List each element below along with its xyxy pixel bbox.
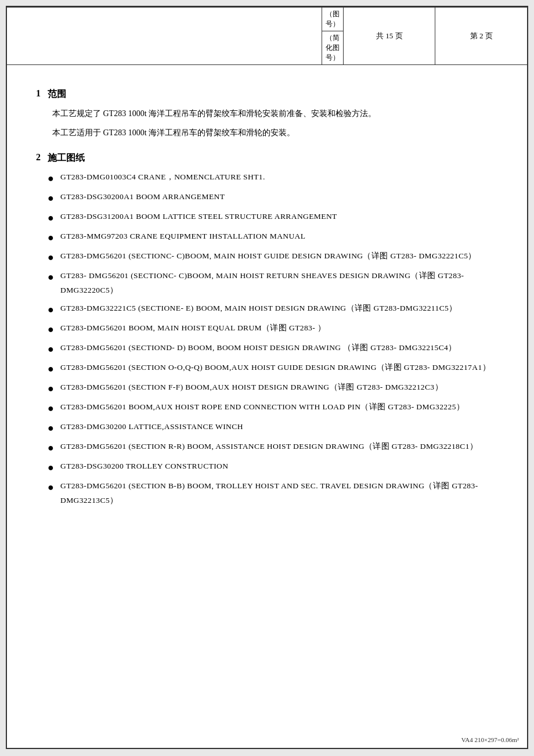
header-title-top: （图号） xyxy=(322,8,344,31)
list-item: ●GT283-DMG56201 (SECTION R-R) BOOM, ASSI… xyxy=(48,440,498,456)
bullet-icon: ● xyxy=(48,480,58,495)
list-item: ●GT283-DMG56201 (SECTION F-F) BOOM,AUX H… xyxy=(48,380,498,397)
bullet-icon: ● xyxy=(48,190,58,206)
bullet-icon: ● xyxy=(48,440,58,456)
bullet-text: GT283-DSG30200A1 BOOM ARRANGEMENT xyxy=(60,190,498,204)
bullet-text: GT283-DMG30200 LATTICE,ASSISTANCE WINCH xyxy=(60,420,498,434)
list-item: ●GT283-DMG56201 (SECTIONC- C)BOOM, MAIN … xyxy=(48,249,498,265)
bullet-text: GT283-DMG56201 (SECTION O-O,Q-Q) BOOM,AU… xyxy=(60,361,498,375)
bullet-icon: ● xyxy=(48,171,58,186)
list-item: ●GT283-DSG31200A1 BOOM LATTICE STEEL STR… xyxy=(48,210,498,226)
header-left-cell xyxy=(7,8,322,65)
bullet-text: GT283-DMG56201 (SECTION B-B) BOOM, TROLL… xyxy=(60,479,498,508)
bullet-text: GT283-DMG56201 BOOM,AUX HOIST ROPE END C… xyxy=(60,400,498,415)
bullet-icon: ● xyxy=(48,210,58,226)
bullet-icon: ● xyxy=(48,341,58,357)
section1-title: 1 范围 xyxy=(36,88,498,100)
bullet-icon: ● xyxy=(48,460,58,476)
list-item: ●GT283-DMG56201 (SECTIOND- D) BOOM, BOOM… xyxy=(48,341,498,357)
list-item: ●GT283-DMG30200 LATTICE,ASSISTANCE WINCH xyxy=(48,420,498,436)
bullet-icon: ● xyxy=(48,322,58,337)
bullet-icon: ● xyxy=(48,230,58,246)
bullet-text: GT283-DMG01003C4 CRANE，NOMENCLATURE SHT1… xyxy=(60,170,498,185)
document-page: （图号） 共 15 页 第 2 页 （简化图号） 1 范围 本工艺规定了 GT2… xyxy=(6,6,528,749)
bullet-text: GT283-DMG56201 (SECTIOND- D) BOOM, BOOM … xyxy=(60,341,498,355)
header-pages-total: 共 15 页 xyxy=(344,8,435,65)
header-title-bottom: （简化图号） xyxy=(322,31,344,65)
bullet-text: GT283-DMG56201 (SECTION R-R) BOOM, ASSIS… xyxy=(60,440,498,454)
list-item: ●GT283-DMG01003C4 CRANE，NOMENCLATURE SHT… xyxy=(48,170,498,186)
bullet-icon: ● xyxy=(48,250,58,265)
bullet-icon: ● xyxy=(48,361,58,377)
bullet-icon: ● xyxy=(48,302,58,318)
list-item: ●GT283-MMG97203 CRANE EQUIPMENT IHSTALLA… xyxy=(48,229,498,246)
section2-heading: 施工图纸 xyxy=(48,152,85,164)
bullet-text: GT283-DMG56201 (SECTION F-F) BOOM,AUX HO… xyxy=(60,380,498,395)
list-item: ●GT283- DMG56201 (SECTIONC- C)BOOM, MAIN… xyxy=(48,269,498,298)
section1-heading: 范围 xyxy=(48,88,66,100)
section2-number: 2 xyxy=(36,152,41,164)
bullet-text: GT283-DMG56201 BOOM, MAIN HOIST EQUAL DR… xyxy=(60,321,498,336)
section1-para2: 本工艺适用于 GT283 1000t 海洋工程吊车的臂架绞车和滑轮的安装。 xyxy=(36,125,498,141)
section2-title: 2 施工图纸 xyxy=(36,152,498,164)
list-item: ●GT283-DMG56201 BOOM, MAIN HOIST EQUAL D… xyxy=(48,321,498,337)
bullet-icon: ● xyxy=(48,269,58,285)
list-item: ●GT283-DSG30200A1 BOOM ARRANGEMENT xyxy=(48,190,498,206)
bullet-text: GT283-DSG30200 TROLLEY CONSTRUCTION xyxy=(60,459,498,474)
bullet-icon: ● xyxy=(48,420,58,436)
section1-para1: 本工艺规定了 GT283 1000t 海洋工程吊车的臂架绞车和滑轮安装前准备、安… xyxy=(36,106,498,122)
list-item: ●GT283-DMG56201 (SECTION O-O,Q-Q) BOOM,A… xyxy=(48,361,498,377)
section1-number: 1 xyxy=(36,88,41,100)
bullet-icon: ● xyxy=(48,381,58,397)
bullet-text: GT283- DMG56201 (SECTIONC- C)BOOM, MAIN … xyxy=(60,269,498,298)
list-item: ●GT283-DMG56201 (SECTION B-B) BOOM, TROL… xyxy=(48,479,498,508)
bullet-text: GT283-MMG97203 CRANE EQUIPMENT IHSTALLAT… xyxy=(60,229,498,244)
list-item: ●GT283-DMG56201 BOOM,AUX HOIST ROPE END … xyxy=(48,400,498,416)
content-area: 1 范围 本工艺规定了 GT283 1000t 海洋工程吊车的臂架绞车和滑轮安装… xyxy=(7,65,527,529)
header-page-current: 第 2 页 xyxy=(435,8,527,65)
bullet-text: GT283-DSG31200A1 BOOM LATTICE STEEL STRU… xyxy=(60,210,498,224)
bullet-list: ●GT283-DMG01003C4 CRANE，NOMENCLATURE SHT… xyxy=(36,170,498,508)
header-table: （图号） 共 15 页 第 2 页 （简化图号） xyxy=(7,7,527,65)
footer-text: VA4 210×297=0.06m² xyxy=(461,736,519,743)
list-item: ●GT283-DSG30200 TROLLEY CONSTRUCTION xyxy=(48,459,498,476)
bullet-icon: ● xyxy=(48,401,58,416)
bullet-text: GT283-DMG32221C5 (SECTIONE- E) BOOM, MAI… xyxy=(60,301,498,316)
list-item: ●GT283-DMG32221C5 (SECTIONE- E) BOOM, MA… xyxy=(48,301,498,318)
bullet-text: GT283-DMG56201 (SECTIONC- C)BOOM, MAIN H… xyxy=(60,249,498,264)
footer: VA4 210×297=0.06m² xyxy=(461,736,519,743)
